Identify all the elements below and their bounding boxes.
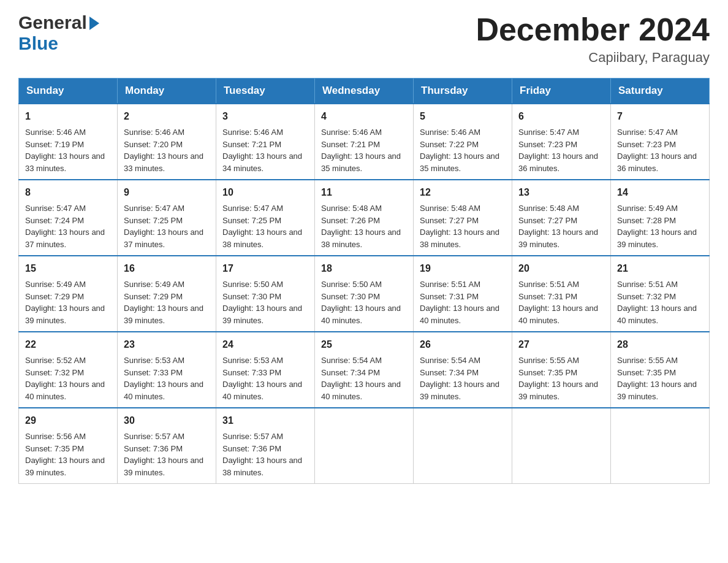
calendar-cell: 15Sunrise: 5:49 AMSunset: 7:29 PMDayligh… (19, 256, 118, 332)
day-number: 15 (25, 261, 111, 276)
calendar-header-wednesday: Wednesday (315, 79, 414, 104)
day-info: Sunrise: 5:53 AMSunset: 7:33 PMDaylight:… (124, 356, 203, 401)
calendar-cell: 2Sunrise: 5:46 AMSunset: 7:20 PMDaylight… (118, 104, 216, 180)
calendar-cell: 18Sunrise: 5:50 AMSunset: 7:30 PMDayligh… (315, 256, 414, 332)
calendar-cell: 10Sunrise: 5:47 AMSunset: 7:25 PMDayligh… (216, 180, 315, 256)
day-number: 3 (222, 109, 308, 124)
day-number: 27 (518, 337, 604, 352)
calendar-cell: 24Sunrise: 5:53 AMSunset: 7:33 PMDayligh… (216, 332, 315, 408)
day-number: 17 (222, 261, 308, 276)
calendar-cell: 8Sunrise: 5:47 AMSunset: 7:24 PMDaylight… (19, 180, 118, 256)
calendar-cell: 3Sunrise: 5:46 AMSunset: 7:21 PMDaylight… (216, 104, 315, 180)
day-number: 28 (617, 337, 703, 352)
day-info: Sunrise: 5:55 AMSunset: 7:35 PMDaylight:… (617, 356, 697, 401)
day-info: Sunrise: 5:56 AMSunset: 7:35 PMDaylight:… (25, 432, 105, 477)
page-header: General Blue December 2024 Capiibary, Pa… (18, 12, 710, 66)
calendar-cell: 7Sunrise: 5:47 AMSunset: 7:23 PMDaylight… (611, 104, 710, 180)
day-info: Sunrise: 5:47 AMSunset: 7:25 PMDaylight:… (222, 204, 302, 249)
calendar-cell: 12Sunrise: 5:48 AMSunset: 7:27 PMDayligh… (414, 180, 512, 256)
day-info: Sunrise: 5:53 AMSunset: 7:33 PMDaylight:… (222, 356, 302, 401)
day-info: Sunrise: 5:49 AMSunset: 7:29 PMDaylight:… (124, 280, 203, 325)
calendar-cell: 1Sunrise: 5:46 AMSunset: 7:19 PMDaylight… (19, 104, 118, 180)
day-number: 21 (617, 261, 703, 276)
calendar-cell: 4Sunrise: 5:46 AMSunset: 7:21 PMDaylight… (315, 104, 414, 180)
day-info: Sunrise: 5:47 AMSunset: 7:25 PMDaylight:… (124, 204, 203, 249)
calendar-header-sunday: Sunday (19, 79, 118, 104)
day-number: 10 (222, 185, 308, 200)
calendar-cell: 31Sunrise: 5:57 AMSunset: 7:36 PMDayligh… (216, 408, 315, 484)
day-number: 14 (617, 185, 703, 200)
day-info: Sunrise: 5:48 AMSunset: 7:27 PMDaylight:… (420, 204, 499, 249)
day-number: 23 (124, 337, 210, 352)
calendar-cell: 17Sunrise: 5:50 AMSunset: 7:30 PMDayligh… (216, 256, 315, 332)
day-info: Sunrise: 5:55 AMSunset: 7:35 PMDaylight:… (518, 356, 598, 401)
day-number: 6 (518, 109, 604, 124)
day-number: 11 (321, 185, 407, 200)
calendar-week-row: 22Sunrise: 5:52 AMSunset: 7:32 PMDayligh… (19, 332, 710, 408)
calendar-cell: 26Sunrise: 5:54 AMSunset: 7:34 PMDayligh… (414, 332, 512, 408)
calendar-cell: 20Sunrise: 5:51 AMSunset: 7:31 PMDayligh… (512, 256, 611, 332)
day-info: Sunrise: 5:46 AMSunset: 7:21 PMDaylight:… (321, 128, 401, 173)
day-number: 16 (124, 261, 210, 276)
calendar-header-monday: Monday (118, 79, 216, 104)
day-info: Sunrise: 5:51 AMSunset: 7:32 PMDaylight:… (617, 280, 697, 325)
calendar-cell: 29Sunrise: 5:56 AMSunset: 7:35 PMDayligh… (19, 408, 118, 484)
day-info: Sunrise: 5:47 AMSunset: 7:24 PMDaylight:… (25, 204, 105, 249)
calendar-header-friday: Friday (512, 79, 611, 104)
day-info: Sunrise: 5:57 AMSunset: 7:36 PMDaylight:… (124, 432, 203, 477)
day-info: Sunrise: 5:48 AMSunset: 7:26 PMDaylight:… (321, 204, 401, 249)
calendar-cell: 5Sunrise: 5:46 AMSunset: 7:22 PMDaylight… (414, 104, 512, 180)
day-number: 2 (124, 109, 210, 124)
day-number: 31 (222, 413, 308, 428)
day-info: Sunrise: 5:57 AMSunset: 7:36 PMDaylight:… (222, 432, 302, 477)
calendar-cell: 13Sunrise: 5:48 AMSunset: 7:27 PMDayligh… (512, 180, 611, 256)
day-info: Sunrise: 5:50 AMSunset: 7:30 PMDaylight:… (321, 280, 401, 325)
calendar-cell (512, 408, 611, 484)
calendar-cell (315, 408, 414, 484)
calendar-header-tuesday: Tuesday (216, 79, 315, 104)
calendar-cell: 23Sunrise: 5:53 AMSunset: 7:33 PMDayligh… (118, 332, 216, 408)
day-info: Sunrise: 5:49 AMSunset: 7:28 PMDaylight:… (617, 204, 697, 249)
day-number: 30 (124, 413, 210, 428)
day-info: Sunrise: 5:46 AMSunset: 7:22 PMDaylight:… (420, 128, 499, 173)
calendar-cell: 27Sunrise: 5:55 AMSunset: 7:35 PMDayligh… (512, 332, 611, 408)
calendar-table: SundayMondayTuesdayWednesdayThursdayFrid… (18, 78, 710, 484)
day-number: 1 (25, 109, 111, 124)
day-number: 7 (617, 109, 703, 124)
day-number: 8 (25, 185, 111, 200)
day-info: Sunrise: 5:47 AMSunset: 7:23 PMDaylight:… (518, 128, 598, 173)
calendar-header-thursday: Thursday (414, 79, 512, 104)
location: Capiibary, Paraguay (476, 50, 710, 66)
logo-general: General (18, 12, 87, 33)
day-number: 26 (420, 337, 506, 352)
logo-blue: Blue (18, 33, 58, 54)
calendar-cell: 21Sunrise: 5:51 AMSunset: 7:32 PMDayligh… (611, 256, 710, 332)
calendar-cell: 22Sunrise: 5:52 AMSunset: 7:32 PMDayligh… (19, 332, 118, 408)
calendar-week-row: 8Sunrise: 5:47 AMSunset: 7:24 PMDaylight… (19, 180, 710, 256)
calendar-cell: 11Sunrise: 5:48 AMSunset: 7:26 PMDayligh… (315, 180, 414, 256)
logo-arrow-shape (89, 17, 99, 30)
day-number: 22 (25, 337, 111, 352)
calendar-week-row: 29Sunrise: 5:56 AMSunset: 7:35 PMDayligh… (19, 408, 710, 484)
day-number: 5 (420, 109, 506, 124)
day-info: Sunrise: 5:52 AMSunset: 7:32 PMDaylight:… (25, 356, 105, 401)
calendar-cell: 9Sunrise: 5:47 AMSunset: 7:25 PMDaylight… (118, 180, 216, 256)
logo: General Blue (18, 12, 99, 54)
day-number: 18 (321, 261, 407, 276)
month-title: December 2024 (476, 12, 710, 47)
day-number: 13 (518, 185, 604, 200)
day-info: Sunrise: 5:50 AMSunset: 7:30 PMDaylight:… (222, 280, 302, 325)
calendar-header-saturday: Saturday (611, 79, 710, 104)
day-info: Sunrise: 5:54 AMSunset: 7:34 PMDaylight:… (321, 356, 401, 401)
calendar-cell: 16Sunrise: 5:49 AMSunset: 7:29 PMDayligh… (118, 256, 216, 332)
calendar-cell (611, 408, 710, 484)
day-number: 4 (321, 109, 407, 124)
day-number: 29 (25, 413, 111, 428)
day-info: Sunrise: 5:46 AMSunset: 7:20 PMDaylight:… (124, 128, 203, 173)
day-info: Sunrise: 5:54 AMSunset: 7:34 PMDaylight:… (420, 356, 499, 401)
calendar-cell: 19Sunrise: 5:51 AMSunset: 7:31 PMDayligh… (414, 256, 512, 332)
calendar-week-row: 1Sunrise: 5:46 AMSunset: 7:19 PMDaylight… (19, 104, 710, 180)
day-info: Sunrise: 5:47 AMSunset: 7:23 PMDaylight:… (617, 128, 697, 173)
day-number: 19 (420, 261, 506, 276)
calendar-week-row: 15Sunrise: 5:49 AMSunset: 7:29 PMDayligh… (19, 256, 710, 332)
